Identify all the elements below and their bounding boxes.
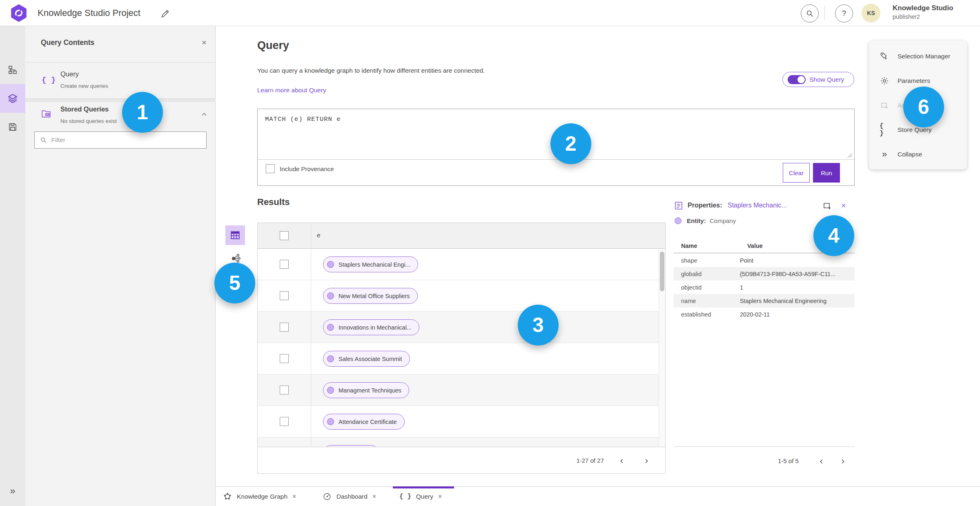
- stored-queries-filter[interactable]: [34, 132, 207, 149]
- filter-input[interactable]: [51, 136, 201, 144]
- row-checkbox[interactable]: [280, 291, 289, 300]
- collapse-section-chevron-icon[interactable]: [200, 110, 208, 118]
- entity-dot-icon: [327, 418, 334, 425]
- search-button[interactable]: [801, 4, 819, 22]
- braces-icon: { }: [399, 493, 411, 500]
- help-button[interactable]: ?: [835, 4, 853, 22]
- tab-label: Dashboard: [336, 493, 368, 500]
- entity-type-dot-icon: [675, 217, 682, 224]
- search-icon: [40, 136, 47, 144]
- property-row: shape Point: [674, 254, 855, 267]
- question-icon: ?: [842, 9, 846, 18]
- braces-icon: { }: [42, 76, 56, 85]
- avatar[interactable]: KS: [862, 4, 880, 22]
- prev-page-button[interactable]: [816, 456, 827, 467]
- entity-pill-label: Staplers Mechanical Engi...: [339, 261, 410, 268]
- panel-title: Query Contents: [41, 38, 94, 47]
- next-page-button[interactable]: [641, 455, 652, 467]
- annotation-badge-3: 3: [518, 305, 559, 346]
- table-row: Firebird Title: [258, 437, 659, 447]
- close-tab-icon[interactable]: ×: [438, 493, 442, 500]
- properties-col-name: Name: [681, 243, 697, 249]
- property-row: objectid 1: [674, 281, 855, 294]
- edit-project-title-icon[interactable]: [160, 8, 171, 19]
- table-row: Sales Associate Summit: [258, 343, 659, 374]
- query-contents-item-query[interactable]: { } Query Create new queries: [25, 62, 216, 98]
- include-provenance-option: Include Provenance: [266, 164, 334, 173]
- menu-item-collapse[interactable]: » Collapse: [869, 142, 967, 167]
- add-icon: [880, 101, 889, 110]
- rail-item-layers[interactable]: [0, 84, 25, 113]
- table-icon: [230, 230, 241, 241]
- annotation-badge-6: 6: [903, 87, 944, 127]
- run-button[interactable]: Run: [813, 163, 840, 183]
- search-icon: [805, 9, 814, 18]
- scrollbar-thumb[interactable]: [660, 252, 664, 291]
- row-checkbox[interactable]: [280, 260, 289, 269]
- prev-page-button[interactable]: [616, 455, 628, 467]
- chevron-left-icon: [818, 458, 825, 465]
- table-view-button[interactable]: [225, 225, 245, 245]
- properties-entity-link[interactable]: Staplers Mechanic...: [728, 202, 787, 209]
- entity-pill[interactable]: New Metal Office Suppliers: [323, 288, 418, 304]
- property-name: globalid: [674, 271, 740, 277]
- user-name: Knowledge Studio: [893, 4, 953, 12]
- learn-more-link[interactable]: Learn more about Query: [257, 87, 326, 94]
- entity-pill[interactable]: Sales Associate Summit: [323, 351, 410, 367]
- row-checkbox[interactable]: [280, 323, 289, 332]
- link-chart-icon: [231, 253, 241, 263]
- row-checkbox[interactable]: [280, 354, 289, 363]
- property-value: 2020-02-11: [740, 311, 847, 318]
- property-value: {5D9B4713-F98D-4A53-A59F-C11...: [740, 271, 847, 277]
- show-query-toggle[interactable]: Show Query: [782, 72, 854, 87]
- results-table: e Staplers Mechanical Engi... New Metal …: [257, 223, 666, 474]
- table-row: Staplers Mechanical Engi...: [258, 249, 659, 280]
- property-name: shape: [674, 257, 740, 264]
- tab-dashboard[interactable]: Dashboard ×: [323, 487, 376, 506]
- close-tab-icon[interactable]: ×: [372, 493, 376, 500]
- select-all-checkbox[interactable]: [280, 231, 289, 240]
- tab-query[interactable]: { } Query ×: [399, 487, 442, 506]
- knowledge-studio-app: Knowledge Studio Project ? KS Knowledge …: [0, 0, 980, 506]
- entity-pill[interactable]: Attendance Certificate: [323, 414, 405, 430]
- entity-dot-icon: [327, 387, 334, 394]
- row-checkbox[interactable]: [280, 386, 289, 395]
- rail-item-save[interactable]: [0, 113, 25, 141]
- include-provenance-checkbox[interactable]: [266, 164, 275, 173]
- property-value: 1: [740, 284, 847, 291]
- add-to-selection-icon[interactable]: [822, 201, 832, 211]
- properties-range-text: 1-5 of 5: [778, 457, 799, 464]
- app-logo-icon[interactable]: [10, 4, 28, 22]
- tab-label: Knowledge Graph: [237, 493, 287, 500]
- entity-pill-label: Managment Techniques: [339, 387, 401, 394]
- query-contents-panel: Query Contents × { } Query Create new qu…: [25, 26, 216, 506]
- next-page-button[interactable]: [837, 456, 849, 467]
- table-scrollbar: [659, 249, 665, 447]
- menu-item-selection-manager[interactable]: Selection Manager: [869, 44, 967, 69]
- menu-item-label: Parameters: [898, 77, 930, 85]
- knowledge-graph-icon: [223, 492, 232, 501]
- properties-col-value: Value: [747, 243, 763, 249]
- left-icon-rail: »: [0, 26, 25, 506]
- property-row: name Staplers Mechanical Engineering: [674, 294, 855, 308]
- braces-icon: { }: [880, 123, 889, 137]
- entity-pill[interactable]: Innovations in Mechanical...: [323, 319, 419, 335]
- tab-knowledge-graph[interactable]: Knowledge Graph ×: [223, 487, 296, 506]
- tab-label: Query: [416, 493, 433, 500]
- entity-pill[interactable]: Managment Techniques: [323, 382, 409, 398]
- clear-button[interactable]: Clear: [783, 163, 810, 183]
- row-checkbox[interactable]: [280, 417, 289, 426]
- entity-pill[interactable]: Staplers Mechanical Engi...: [323, 256, 418, 272]
- entity-pill-label: Sales Associate Summit: [339, 356, 402, 362]
- close-panel-icon[interactable]: ×: [202, 38, 207, 47]
- rail-item-hierarchy[interactable]: [0, 56, 25, 84]
- panel-gap: [25, 99, 216, 102]
- column-divider: [311, 223, 311, 447]
- expand-panel-button[interactable]: »: [0, 483, 25, 499]
- annotation-badge-4: 4: [813, 215, 854, 256]
- resize-handle-icon[interactable]: [847, 153, 853, 158]
- close-tab-icon[interactable]: ×: [292, 493, 296, 500]
- close-properties-icon[interactable]: ×: [841, 201, 846, 210]
- query-contents-item-stored[interactable]: Stored Queries No stored queries exist: [25, 102, 216, 129]
- query-editor-input[interactable]: MATCH (e) RETURN e: [265, 116, 341, 123]
